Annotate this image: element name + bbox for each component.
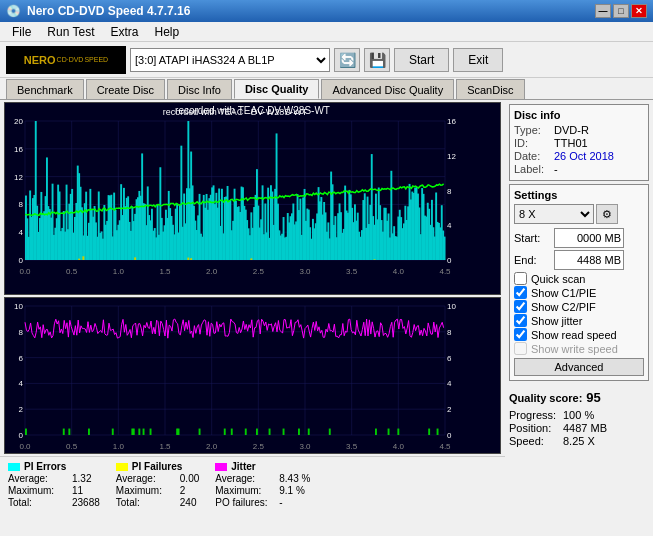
show-read-speed-checkbox[interactable] <box>514 328 527 341</box>
menu-bar: File Run Test Extra Help <box>0 22 653 42</box>
pi-failures-total-value: 240 <box>180 497 197 508</box>
menu-run-test[interactable]: Run Test <box>39 23 102 41</box>
menu-file[interactable]: File <box>4 23 39 41</box>
progress-value: 100 % <box>563 409 594 421</box>
quality-score-label: Quality score: <box>509 392 582 404</box>
pi-errors-label: PI Errors <box>24 461 66 472</box>
end-input[interactable] <box>554 250 624 270</box>
chart-title: recorded with TEAC DV-W28S-WT <box>175 105 330 116</box>
progress-label: Progress: <box>509 409 559 421</box>
end-label: End: <box>514 254 550 266</box>
disc-date-value: 26 Oct 2018 <box>554 150 614 162</box>
pi-errors-total-label: Total: <box>8 497 68 508</box>
disc-id-label: ID: <box>514 137 550 149</box>
window-controls: — □ ✕ <box>595 4 647 18</box>
jitter-legend: Jitter Average: 8.43 % Maximum: 9.1 % PO… <box>215 461 310 532</box>
minimize-button[interactable]: — <box>595 4 611 18</box>
top-chart <box>5 103 465 278</box>
exit-button[interactable]: Exit <box>453 48 503 72</box>
jitter-max-label: Maximum: <box>215 485 275 496</box>
pi-failures-color <box>116 463 128 471</box>
pi-failures-max-label: Maximum: <box>116 485 176 496</box>
show-write-speed-label: Show write speed <box>531 343 618 355</box>
show-jitter-label: Show jitter <box>531 315 582 327</box>
show-c1pie-checkbox[interactable] <box>514 286 527 299</box>
refresh-icon-button[interactable]: 🔄 <box>334 48 360 72</box>
legend-area: PI Errors Average: 1.32 Maximum: 11 Tota… <box>0 456 505 536</box>
tab-advanced-disc-quality[interactable]: Advanced Disc Quality <box>321 79 454 99</box>
pi-errors-max-value: 11 <box>72 485 83 496</box>
disc-info-title: Disc info <box>514 109 644 121</box>
disc-info-section: Disc info Type: DVD-R ID: TTH01 Date: 26… <box>509 104 649 181</box>
quick-scan-label: Quick scan <box>531 273 585 285</box>
start-input[interactable] <box>554 228 624 248</box>
right-panel: Disc info Type: DVD-R ID: TTH01 Date: 26… <box>505 100 653 536</box>
speed-select[interactable]: 8 X <box>514 204 594 224</box>
close-button[interactable]: ✕ <box>631 4 647 18</box>
settings-title: Settings <box>514 189 644 201</box>
pi-errors-max-label: Maximum: <box>8 485 68 496</box>
pi-errors-legend: PI Errors Average: 1.32 Maximum: 11 Tota… <box>8 461 100 532</box>
disc-type-value: DVD-R <box>554 124 589 136</box>
drive-select[interactable]: [3:0] ATAPI iHAS324 A BL1P <box>130 48 330 72</box>
pi-errors-avg-label: Average: <box>8 473 68 484</box>
start-button[interactable]: Start <box>394 48 449 72</box>
show-write-speed-checkbox <box>514 342 527 355</box>
disc-type-label: Type: <box>514 124 550 136</box>
pi-errors-total-value: 23688 <box>72 497 100 508</box>
tab-disc-quality[interactable]: Disc Quality <box>234 79 320 99</box>
show-c2pif-checkbox[interactable] <box>514 300 527 313</box>
pi-failures-avg-label: Average: <box>116 473 176 484</box>
pi-failures-avg-value: 0.00 <box>180 473 199 484</box>
pi-failures-label: PI Failures <box>132 461 183 472</box>
settings-icon-button[interactable]: ⚙ <box>596 204 618 224</box>
quality-section: Quality score: 95 Progress: 100 % Positi… <box>509 384 649 450</box>
speed-value: 8.25 X <box>563 435 595 447</box>
jitter-avg-label: Average: <box>215 473 275 484</box>
charts-panel: recorded with TEAC DV-W28S-WT PI Errors … <box>0 100 505 536</box>
bottom-chart <box>5 298 465 453</box>
show-read-speed-label: Show read speed <box>531 329 617 341</box>
pi-errors-avg-value: 1.32 <box>72 473 91 484</box>
tab-bar: Benchmark Create Disc Disc Info Disc Qua… <box>0 78 653 100</box>
jitter-avg-value: 8.43 % <box>279 473 310 484</box>
disc-label-value: - <box>554 163 558 175</box>
speed-label: Speed: <box>509 435 559 447</box>
jitter-po-label: PO failures: <box>215 497 275 508</box>
disc-id-value: TTH01 <box>554 137 588 149</box>
jitter-po-value: - <box>279 497 282 508</box>
position-label: Position: <box>509 422 559 434</box>
show-c1pie-label: Show C1/PIE <box>531 287 596 299</box>
quality-score-value: 95 <box>586 390 600 405</box>
jitter-label: Jitter <box>231 461 255 472</box>
jitter-max-value: 9.1 % <box>279 485 305 496</box>
show-c2pif-label: Show C2/PIF <box>531 301 596 313</box>
advanced-button[interactable]: Advanced <box>514 358 644 376</box>
pi-failures-legend: PI Failures Average: 0.00 Maximum: 2 Tot… <box>116 461 199 532</box>
tab-scandisc[interactable]: ScanDisc <box>456 79 524 99</box>
maximize-button[interactable]: □ <box>613 4 629 18</box>
show-jitter-checkbox[interactable] <box>514 314 527 327</box>
quick-scan-checkbox[interactable] <box>514 272 527 285</box>
title-bar: 💿 Nero CD-DVD Speed 4.7.7.16 — □ ✕ <box>0 0 653 22</box>
disc-date-label: Date: <box>514 150 550 162</box>
start-label: Start: <box>514 232 550 244</box>
main-content: recorded with TEAC DV-W28S-WT PI Errors … <box>0 100 653 536</box>
settings-section: Settings 8 X ⚙ Start: End: Quick scan <box>509 184 649 381</box>
nero-logo: NERO CD·DVD SPEED <box>6 46 126 74</box>
pi-failures-max-value: 2 <box>180 485 186 496</box>
menu-help[interactable]: Help <box>147 23 188 41</box>
menu-extra[interactable]: Extra <box>102 23 146 41</box>
tab-create-disc[interactable]: Create Disc <box>86 79 165 99</box>
pi-failures-total-label: Total: <box>116 497 176 508</box>
tab-disc-info[interactable]: Disc Info <box>167 79 232 99</box>
position-value: 4487 MB <box>563 422 607 434</box>
toolbar: NERO CD·DVD SPEED [3:0] ATAPI iHAS324 A … <box>0 42 653 78</box>
disc-label-label: Label: <box>514 163 550 175</box>
window-title: Nero CD-DVD Speed 4.7.7.16 <box>27 4 190 18</box>
save-icon-button[interactable]: 💾 <box>364 48 390 72</box>
app-icon: 💿 <box>6 4 21 18</box>
charts-wrapper: recorded with TEAC DV-W28S-WT <box>0 100 505 456</box>
tab-benchmark[interactable]: Benchmark <box>6 79 84 99</box>
pi-errors-color <box>8 463 20 471</box>
